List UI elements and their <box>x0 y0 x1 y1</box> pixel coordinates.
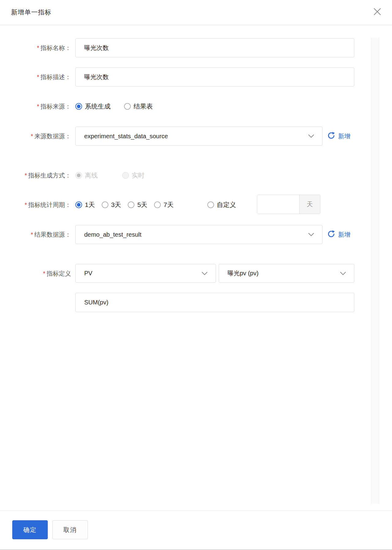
confirm-button[interactable]: 确定 <box>12 520 48 539</box>
radio-1-day[interactable]: 1天 <box>75 201 95 209</box>
radio-selected-icon <box>75 201 82 208</box>
radio-unselected-icon <box>154 201 161 208</box>
radio-offline-disabled: 离线 <box>75 171 98 180</box>
metric-name-input[interactable] <box>75 38 354 57</box>
source-datasource-actions: 新增 <box>326 127 350 146</box>
required-asterisk: * <box>24 201 27 208</box>
metric-desc-label: *指标描述： <box>0 72 71 82</box>
add-metric-dialog: 新增单一指标 *指标名称： *指标描述： *指标来源： 系统生成 结果表 <box>0 0 392 550</box>
radio-selected-icon <box>75 103 82 110</box>
footer-divider <box>0 510 392 511</box>
radio-system-generated[interactable]: 系统生成 <box>75 102 111 111</box>
close-button[interactable] <box>372 7 382 17</box>
metric-source-label: *指标来源： <box>0 102 71 111</box>
metric-source-radio-group: 系统生成 结果表 <box>75 102 153 111</box>
result-datasource-select[interactable]: demo_ab_test_result <box>75 225 322 244</box>
cancel-button[interactable]: 取消 <box>52 520 88 539</box>
radio-result-table[interactable]: 结果表 <box>124 102 153 111</box>
add-datasource-link[interactable]: 新增 <box>338 231 350 239</box>
metric-type-select[interactable]: PV <box>75 264 216 283</box>
close-icon <box>373 8 381 17</box>
generation-mode-radio-group: 离线 实时 <box>75 171 145 180</box>
formula-input[interactable] <box>75 293 354 312</box>
radio-unselected-icon <box>102 201 108 208</box>
required-asterisk: * <box>31 133 33 139</box>
metric-field-select[interactable]: 曝光pv (pv) <box>219 264 354 283</box>
metric-definition-label: *指标定义 <box>0 269 71 278</box>
chevron-down-icon <box>202 272 208 275</box>
scrollbar[interactable] <box>371 38 379 504</box>
result-datasource-actions: 新增 <box>326 225 350 244</box>
radio-unselected-icon <box>124 103 131 110</box>
required-asterisk: * <box>24 172 27 179</box>
source-datasource-label: *来源数据源： <box>0 132 71 141</box>
refresh-button[interactable] <box>326 132 336 141</box>
radio-disabled-selected-icon <box>75 172 82 179</box>
unit-suffix: 天 <box>299 195 320 214</box>
required-asterisk: * <box>37 44 39 51</box>
chevron-down-icon <box>308 233 314 236</box>
add-datasource-link[interactable]: 新增 <box>338 132 350 140</box>
custom-period-input[interactable] <box>257 195 299 214</box>
metric-name-label: *指标名称： <box>0 43 71 52</box>
required-asterisk: * <box>43 270 45 277</box>
page-title: 新增单一指标 <box>11 8 51 17</box>
required-asterisk: * <box>37 74 39 80</box>
refresh-icon <box>327 132 335 141</box>
radio-unselected-icon <box>128 201 134 208</box>
chevron-down-icon <box>340 272 346 275</box>
radio-unselected-icon <box>207 201 214 208</box>
refresh-button[interactable] <box>326 230 336 239</box>
radio-disabled-icon <box>122 172 129 179</box>
header-divider <box>0 25 392 25</box>
radio-realtime-disabled: 实时 <box>122 171 145 180</box>
source-datasource-select[interactable]: experiment_stats_data_source <box>75 127 322 146</box>
custom-period-field: 天 <box>257 195 320 214</box>
refresh-icon <box>327 230 335 239</box>
radio-3-day[interactable]: 3天 <box>102 201 121 209</box>
radio-7-day[interactable]: 7天 <box>154 201 174 209</box>
result-datasource-label: *结果数据源： <box>0 230 71 239</box>
chevron-down-icon <box>308 134 314 138</box>
radio-5-day[interactable]: 5天 <box>128 201 147 209</box>
stat-period-label: *指标统计周期： <box>0 200 71 209</box>
radio-custom[interactable]: 自定义 <box>207 201 236 209</box>
stat-period-radio-group: 1天 3天 5天 7天 自定义 <box>75 200 236 209</box>
generation-mode-label: *指标生成方式： <box>0 171 71 180</box>
metric-desc-input[interactable] <box>75 67 354 86</box>
required-asterisk: * <box>37 103 39 110</box>
required-asterisk: * <box>31 231 33 238</box>
